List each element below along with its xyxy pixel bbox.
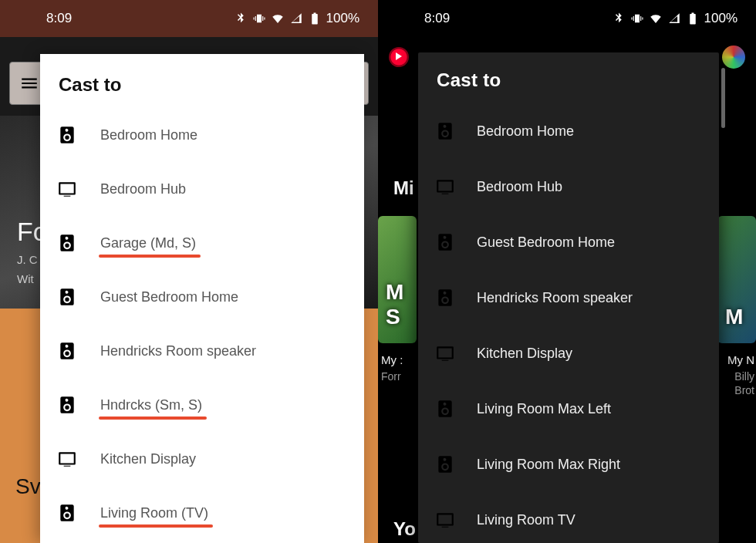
speaker-icon xyxy=(57,287,77,307)
cast-device[interactable]: Kitchen Display xyxy=(40,432,364,486)
ytmusic-logo-icon[interactable] xyxy=(389,47,409,67)
cast-scrollbar[interactable] xyxy=(721,68,725,128)
section-you: Yo xyxy=(393,518,416,540)
speaker-icon xyxy=(57,341,77,361)
speaker-icon xyxy=(435,121,455,141)
cast-title: Cast to xyxy=(40,74,364,108)
cast-device[interactable]: Hendricks Room speaker xyxy=(418,270,719,325)
status-bar: 8:09 100% xyxy=(378,0,756,37)
tv-icon xyxy=(435,177,455,197)
vibrate-icon xyxy=(630,12,644,25)
tile2-sub2: Brot xyxy=(734,384,754,396)
vibrate-icon xyxy=(252,12,266,25)
cast-device[interactable]: Living Room TV xyxy=(418,492,719,543)
cast-device-label: Hendricks Room speaker xyxy=(477,290,633,306)
cast-device-label: Living Room Max Right xyxy=(477,457,620,473)
cast-device[interactable]: Guest Bedroom Home xyxy=(418,214,719,270)
cast-device[interactable]: Hendricks Room speaker xyxy=(40,324,364,378)
wifi-icon xyxy=(649,12,663,25)
speaker-icon xyxy=(435,232,455,252)
tile1-subcaption: Forr xyxy=(381,370,401,383)
cast-device[interactable]: Guest Bedroom Home xyxy=(40,270,364,324)
phone-right: 8:09 100% Mi MS M My : Forr My N Billy B… xyxy=(378,0,756,543)
status-bar: 8:09 100% xyxy=(0,0,378,37)
tv-icon xyxy=(57,449,77,469)
tile2-sub1: Billy xyxy=(734,370,754,383)
cast-device[interactable]: Living Room Max Right xyxy=(418,437,719,492)
cast-device[interactable]: Living Room Max Left xyxy=(418,381,719,437)
cast-device-label: Guest Bedroom Home xyxy=(477,234,615,251)
cast-device[interactable]: Garage (Md, S) xyxy=(40,216,364,270)
cast-sheet-dark: Cast to Bedroom HomeBedroom HubGuest Bed… xyxy=(418,52,719,543)
hero-artist: J. C xyxy=(17,253,38,266)
cast-title: Cast to xyxy=(418,69,719,103)
cast-device[interactable]: Bedroom Hub xyxy=(418,159,719,214)
cast-device[interactable]: Bedroom Hub xyxy=(40,162,364,216)
cast-device-label: Bedroom Hub xyxy=(100,181,186,197)
speaker-icon xyxy=(435,399,455,419)
wifi-icon xyxy=(271,12,285,25)
cast-device-label: Bedroom Home xyxy=(477,123,574,140)
clock: 8:09 xyxy=(424,11,450,26)
cast-device-label: Living Room TV xyxy=(477,512,575,528)
phone-left: 8:09 100% Fo J. C Wit Sv Cast to Bedroom… xyxy=(0,0,378,543)
mix-tile-2[interactable]: M xyxy=(717,216,756,343)
clock: 8:09 xyxy=(46,11,72,26)
cast-device-label: Garage (Md, S) xyxy=(100,235,196,251)
lower-title: Sv xyxy=(15,474,41,499)
tv-icon xyxy=(435,343,455,363)
cast-sheet-light: Cast to Bedroom HomeBedroom HubGarage (M… xyxy=(40,54,364,543)
bluetooth-icon xyxy=(234,12,248,25)
speaker-icon xyxy=(57,233,77,253)
battery-pct: 100% xyxy=(326,11,359,26)
cast-device-label: Guest Bedroom Home xyxy=(100,289,238,305)
menu-icon[interactable] xyxy=(19,73,39,93)
signal-icon xyxy=(667,12,681,25)
cast-device[interactable]: Bedroom Home xyxy=(418,103,719,159)
cast-device-label: Bedroom Home xyxy=(100,127,197,143)
cast-device-label: Living Room Max Left xyxy=(477,401,611,417)
cast-device[interactable]: Kitchen Display xyxy=(418,325,719,381)
cast-device-label: Living Room (TV) xyxy=(100,505,208,521)
hero-subtitle: Wit xyxy=(17,272,34,285)
status-icons: 100% xyxy=(234,11,359,26)
cast-device-label: Bedroom Hub xyxy=(477,179,562,195)
mix-tile-1[interactable]: MS xyxy=(378,216,417,343)
speaker-icon xyxy=(57,503,77,523)
battery-pct: 100% xyxy=(704,11,737,26)
avatar[interactable] xyxy=(722,46,745,69)
cast-device-label: Hndrcks (Sm, S) xyxy=(100,397,202,413)
cast-device[interactable]: Hndrcks (Sm, S) xyxy=(40,378,364,432)
cast-device-label: Hendricks Room speaker xyxy=(100,343,256,359)
status-icons: 100% xyxy=(612,11,737,26)
tv-icon xyxy=(435,510,455,530)
cast-device[interactable]: Bedroom Home xyxy=(40,108,364,162)
speaker-icon xyxy=(57,125,77,145)
cast-device-label: Kitchen Display xyxy=(100,451,196,467)
tile2-caption: My N xyxy=(727,353,754,366)
battery-icon xyxy=(686,12,700,25)
section-mixes: Mi xyxy=(393,177,414,199)
speaker-icon xyxy=(435,454,455,474)
battery-icon xyxy=(308,12,322,25)
tv-icon xyxy=(57,179,77,199)
speaker-icon xyxy=(435,288,455,308)
bluetooth-icon xyxy=(612,12,626,25)
speaker-icon xyxy=(57,395,77,415)
cast-device-label: Kitchen Display xyxy=(477,346,572,362)
cast-device[interactable]: Living Room (TV) xyxy=(40,486,364,540)
tile1-caption: My : xyxy=(381,353,403,366)
signal-icon xyxy=(289,12,303,25)
